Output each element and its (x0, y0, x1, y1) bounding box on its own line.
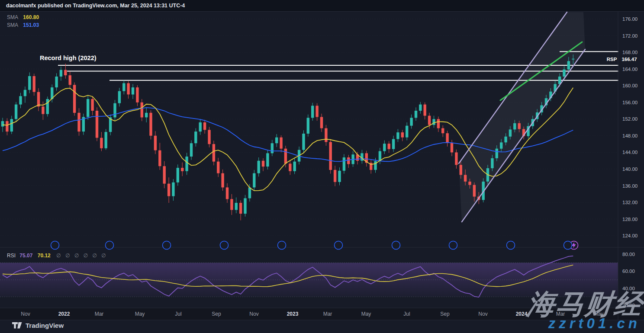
ticker-badge: RSP (605, 56, 618, 63)
month-tick-label[interactable]: Sep (440, 311, 450, 317)
month-tick-label[interactable]: Nov (478, 311, 487, 317)
rsi-empty-slot: ∅ (74, 253, 79, 259)
rsi-label: RSI (7, 253, 16, 259)
dividend-marker[interactable] (106, 241, 114, 250)
record-high-annotation[interactable]: Record high (2022) (40, 54, 97, 61)
dividend-marker[interactable] (51, 241, 59, 250)
month-tick-label[interactable]: Mar (95, 311, 104, 317)
price-tick-label: 176.00 (622, 16, 638, 22)
tradingview-brand-text: TradingView (26, 322, 64, 329)
price-chart-canvas[interactable]: 176.00172.00168.00164.00160.00156.00152.… (0, 0, 644, 333)
dividend-marker[interactable] (278, 241, 286, 250)
dividend-marker[interactable] (220, 241, 229, 250)
price-tick-label: 132.00 (622, 200, 638, 205)
dividend-marker[interactable] (392, 241, 400, 250)
rsi-empty-slot: ∅ (84, 253, 88, 259)
price-tick-label: 144.00 (622, 150, 638, 155)
rsi-tick-label: 60.00 (622, 269, 635, 274)
month-tick-label[interactable]: Nov (21, 311, 30, 317)
month-tick-label[interactable]: May (361, 311, 371, 317)
rsi-band (0, 263, 618, 297)
price-tick-label: 172.00 (622, 33, 638, 38)
rsi-empty-slot: ∅ (65, 253, 70, 259)
tradingview-logo-icon (12, 322, 22, 329)
rsi-value: 75.07 (19, 253, 32, 259)
price-tick-label: 136.00 (622, 183, 638, 189)
month-tick-label[interactable]: Sep (212, 311, 221, 317)
year-tick-label[interactable]: 2023 (287, 311, 299, 317)
rsi-tick-label: 80.00 (622, 252, 635, 257)
price-tick-label: 156.00 (622, 100, 638, 105)
month-tick-label[interactable]: Jul (175, 311, 181, 317)
price-tick-label: 140.00 (622, 166, 638, 172)
tradingview-footer[interactable]: TradingView (12, 322, 64, 329)
tradingview-chart-page: dacolmanfx published on TradingView.com,… (0, 0, 644, 333)
month-tick-label[interactable]: Jul (403, 311, 410, 317)
sma-slow-value: 151.03 (23, 22, 39, 28)
sma-legend: SMA 160.80 SMA 151.03 (7, 13, 39, 29)
dividend-marker[interactable] (449, 241, 457, 250)
rsi-empty-slot: ∅ (92, 253, 97, 259)
publish-info-text: dacolmanfx published on TradingView.com,… (6, 3, 185, 9)
sma-fast-label: SMA (7, 14, 18, 20)
channel-fill (459, 12, 585, 222)
dividend-marker[interactable] (564, 241, 572, 250)
price-tick-label: 128.00 (622, 217, 638, 222)
sma-fast-row[interactable]: SMA 160.80 (7, 13, 39, 21)
sma-fast-value: 160.80 (23, 14, 39, 20)
month-tick-label[interactable]: Mar (323, 311, 332, 317)
month-tick-label[interactable]: Nov (249, 311, 258, 317)
dividend-marker[interactable] (163, 241, 171, 250)
price-tick-label: 164.00 (622, 67, 638, 72)
sma-slow-label: SMA (7, 22, 18, 28)
month-tick-label[interactable]: May (135, 311, 145, 317)
dividend-marker[interactable] (335, 241, 343, 250)
rsi-empty-slot: ∅ (101, 253, 106, 259)
rsi-legend[interactable]: RSI 75.07 70.12 ∅ ∅ ∅ ∅ ∅ ∅ (7, 253, 109, 259)
price-tick-label: 168.00 (622, 50, 638, 55)
price-tick-label: 124.00 (622, 233, 638, 238)
last-price-badge: 166.47 (619, 56, 639, 63)
sma-slow-row[interactable]: SMA 151.03 (7, 21, 39, 29)
watermark-url: zzrt01.cn (548, 315, 641, 332)
price-tick-label: 160.00 (622, 83, 638, 88)
dividend-marker[interactable] (507, 241, 515, 250)
rsi-ma-value: 70.12 (38, 253, 51, 259)
price-tick-label: 148.00 (622, 133, 638, 138)
rsi-empty-slot: ∅ (56, 253, 61, 259)
publish-info-bar: dacolmanfx published on TradingView.com,… (0, 0, 644, 12)
price-tick-label: 152.00 (622, 116, 638, 122)
year-tick-label[interactable]: 2022 (58, 311, 70, 317)
